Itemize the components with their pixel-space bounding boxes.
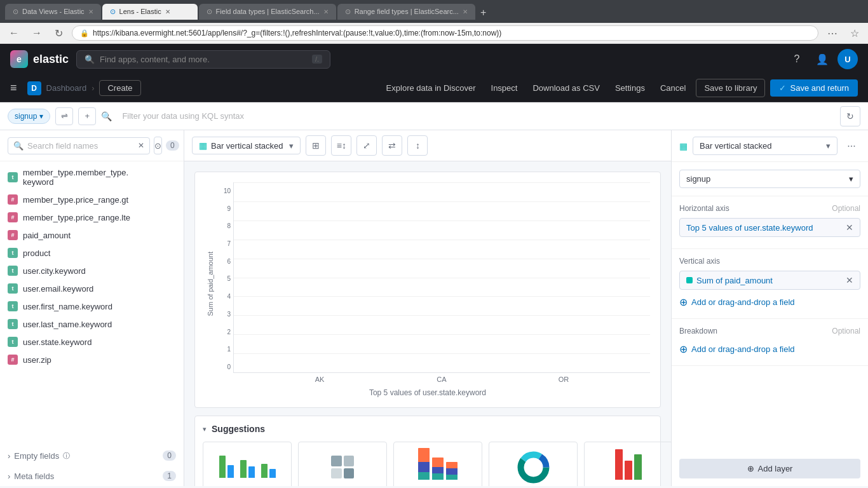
explore-discover-btn[interactable]: Explore data in Discover [381,81,481,95]
suggestions-toggle[interactable]: ▾ [203,425,207,433]
search-shortcut-badge: /. [312,55,322,64]
chart-toolbar-btn-1[interactable]: ⊞ [306,135,326,156]
horizontal-axis-close-btn[interactable]: ✕ [846,222,853,233]
list-item[interactable]: t user.email.keyword [0,280,184,297]
horizontal-axis-chip[interactable]: Top 5 values of user.state.keyword ✕ [679,218,860,237]
add-layer-btn[interactable]: ⊕ Add layer [679,459,860,478]
cancel-btn[interactable]: Cancel [655,81,691,95]
inspect-btn[interactable]: Inspect [486,81,523,95]
horizontal-optional-tag: Optional [832,204,860,213]
address-bar-row: ← → ↻ 🔒 https://kibana.evermight.net:560… [0,23,868,44]
sugg-colored-bars [413,450,463,485]
list-item[interactable]: # paid_amount [0,226,184,244]
add-vertical-plus-icon: ⊕ [679,296,688,308]
tab-close-2[interactable]: ✕ [165,8,170,15]
list-item[interactable]: t user.city.keyword [0,262,184,280]
suggestion-mosaic[interactable] [298,442,387,486]
download-csv-btn[interactable]: Download as CSV [527,81,605,95]
browser-tab-2[interactable]: ⊙ Lens - Elastic ✕ [102,4,198,20]
tab-close-3[interactable]: ✕ [323,8,329,15]
add-filter-btn[interactable]: + [78,107,96,125]
suggestion-bar-stacked-colored[interactable] [393,442,482,486]
sugg-stacked-1 [418,448,430,480]
signup-label: signup [15,112,37,121]
list-item[interactable]: t user.state.keyword [0,333,184,351]
settings-btn[interactable]: Settings [610,81,650,95]
field-name-label: paid_amount [23,231,71,240]
chart-toolbar-btn-3[interactable]: ⤢ [356,135,377,156]
create-btn[interactable]: Create [99,80,140,96]
toolbar-row: ≡ D Dashboard › Create Explore data in D… [0,74,868,102]
header-search[interactable]: 🔍 /. [76,50,330,69]
field-filter-btn[interactable]: ⊙ [154,137,162,154]
help-icon-btn[interactable]: ? [787,49,807,69]
field-name-label: user.zip [23,355,51,365]
meta-fields-toggle[interactable]: › Meta fields 1 [8,471,176,481]
avatar-btn[interactable]: U [837,49,858,69]
vertical-axis-chip[interactable]: Sum of paid_amount ✕ [679,271,860,290]
list-item[interactable]: t member_type.member_type.keyword [0,164,184,191]
list-item[interactable]: # user.zip [0,351,184,369]
main-content: 🔍 ✕ ⊙ 0 t member_type.member_type.keywor… [0,130,868,486]
header-right: ? 👤 U [787,49,858,69]
chart-type-arrow: ▾ [289,141,294,151]
sugg-pbar-1 [615,449,623,480]
right-panel-chart-icon: ▦ [679,141,688,151]
add-vertical-field-btn[interactable]: ⊕ Add or drag-and-drop a field [679,294,860,311]
list-item[interactable]: t user.first_name.keyword [0,297,184,315]
chart-toolbar-btn-4[interactable]: ⇄ [382,135,402,156]
address-input[interactable]: 🔒 https://kibana.evermight.net:5601/app/… [72,25,818,41]
forward-btn[interactable]: → [28,26,46,40]
header-search-input[interactable] [100,55,307,64]
suggestion-partial-bar[interactable] [584,442,671,486]
list-item[interactable]: # member_type.price_range.lte [0,208,184,226]
chart-toolbar-btn-5[interactable]: ↕ [407,135,428,156]
chart-toolbar-btn-2[interactable]: ≡↕ [331,135,351,156]
signup-layer-dropdown[interactable]: signup ▾ [679,170,860,188]
extensions-btn[interactable]: ⋯ [824,26,841,41]
field-name-label: product [23,248,50,258]
hamburger-btn[interactable]: ≡ [10,81,17,95]
save-return-btn[interactable]: ✓ Save and return [770,79,858,97]
suggestion-donut[interactable] [489,442,578,486]
meta-fields-arrow: › [8,471,10,481]
suggestion-bar-grouped[interactable] [203,442,292,486]
save-return-label: Save and return [790,83,849,93]
list-item[interactable]: t product [0,244,184,262]
browser-tab-1[interactable]: ⊙ Data Views - Elastic ✕ [5,4,101,20]
more-options-btn[interactable]: ··· [843,137,860,155]
x-axis-labels: AK CA OR [233,373,650,386]
save-library-btn[interactable]: Save to library [696,79,765,97]
tab-close-4[interactable]: ✕ [463,8,468,15]
horizontal-axis-section: Horizontal axis Optional Top 5 values of… [672,196,868,249]
url-text: https://kibana.evermight.net:5601/app/le… [93,29,501,37]
filter-options-btn[interactable]: ⇌ [55,107,73,125]
signup-badge[interactable]: signup ▾ [8,109,50,124]
chart-type-icon: ▦ [199,140,207,151]
search-fields-input[interactable] [27,141,134,151]
browser-tab-3[interactable]: ⊙ Field data types | ElasticSearch... ✕ [199,4,336,20]
chart-type-select-right[interactable]: Bar vertical stacked ▾ [693,137,837,155]
browser-tab-4[interactable]: ⊙ Range field types | ElasticSearc... ✕ [337,4,475,20]
reload-btn[interactable]: ↻ [51,26,67,41]
tab-close-1[interactable]: ✕ [88,8,93,15]
user-profile-btn[interactable]: 👤 [812,49,832,69]
breadcrumb-dashboard[interactable]: Dashboard [46,83,87,93]
filter-input[interactable] [117,109,835,123]
sugg-bar-4 [248,466,255,478]
refresh-btn[interactable]: ↻ [840,106,860,126]
new-tab-btn[interactable]: + [477,6,490,20]
back-btn[interactable]: ← [5,26,23,40]
vertical-axis-close-btn[interactable]: ✕ [846,275,853,285]
field-name-label: member_type.member_type.keyword [23,168,128,187]
sugg-pbar-2 [625,461,632,480]
vertical-axis-value: Sum of paid_amount [696,276,842,285]
y-label-0: 0 [227,363,231,370]
chart-type-select[interactable]: ▦ Bar vertical stacked ▾ [192,137,301,154]
empty-fields-toggle[interactable]: › Empty fields ⓘ 0 [8,451,176,461]
clear-search-btn[interactable]: ✕ [138,141,144,150]
add-breakdown-field-btn[interactable]: ⊕ Add or drag-and-drop a field [679,341,860,358]
bookmark-btn[interactable]: ☆ [846,26,863,41]
list-item[interactable]: # member_type.price_range.gt [0,191,184,208]
list-item[interactable]: t user.last_name.keyword [0,315,184,333]
